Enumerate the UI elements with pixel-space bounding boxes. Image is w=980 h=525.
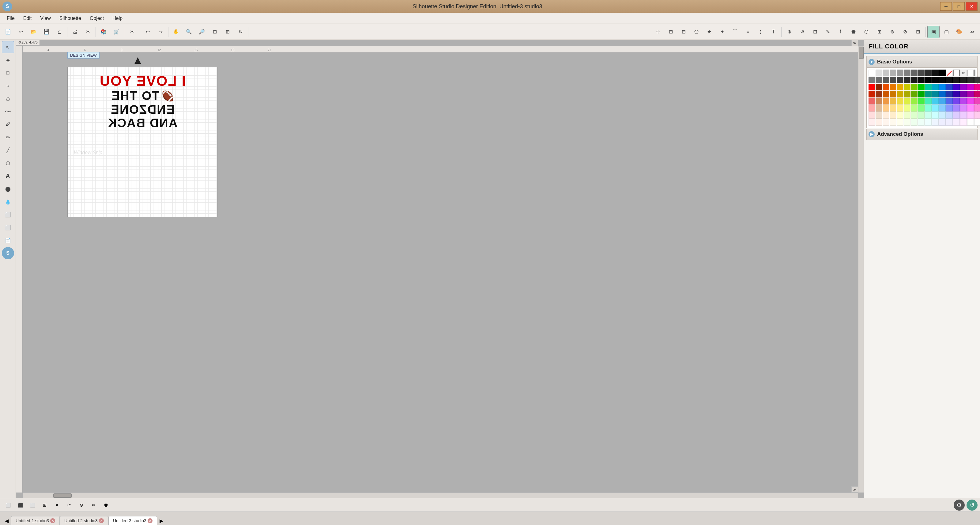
palette-button[interactable]: 🎨 bbox=[953, 26, 965, 38]
snap-button[interactable]: ⊹ bbox=[652, 26, 664, 38]
color-swatch[interactable] bbox=[960, 91, 967, 97]
color-swatch[interactable] bbox=[967, 84, 974, 90]
color-swatch[interactable] bbox=[960, 84, 967, 90]
tab-left-arrow[interactable]: ◀ bbox=[2, 516, 11, 525]
color-swatch[interactable] bbox=[883, 84, 889, 90]
color-swatch[interactable] bbox=[883, 91, 889, 97]
color-swatch[interactable] bbox=[932, 98, 939, 105]
color-swatch[interactable] bbox=[946, 105, 953, 112]
tab-untitled3[interactable]: Untitled-3.studio3 ✕ bbox=[108, 516, 157, 525]
color-swatch[interactable] bbox=[869, 98, 875, 105]
color-swatch[interactable] bbox=[953, 105, 960, 112]
color-swatch[interactable] bbox=[953, 91, 960, 97]
color-swatch[interactable] bbox=[875, 119, 882, 126]
text-tool[interactable]: A bbox=[2, 170, 14, 182]
color-swatch[interactable] bbox=[869, 91, 875, 97]
tab-right-arrow[interactable]: ▶ bbox=[157, 516, 166, 525]
hand-button[interactable]: ✋ bbox=[170, 26, 182, 38]
color-swatch[interactable] bbox=[890, 84, 896, 90]
grid-button[interactable]: ⊞ bbox=[665, 26, 677, 38]
open-button[interactable]: 📂 bbox=[27, 26, 40, 38]
color-swatch[interactable] bbox=[890, 112, 896, 119]
color-swatch[interactable] bbox=[897, 105, 904, 112]
color-swatch[interactable] bbox=[974, 91, 980, 97]
eraser-tool[interactable]: ⬜ bbox=[2, 208, 14, 221]
color-swatch[interactable] bbox=[932, 119, 939, 126]
replicate-button[interactable]: ⊞ bbox=[873, 26, 885, 38]
color-swatch[interactable] bbox=[883, 112, 889, 119]
color-swatch[interactable] bbox=[953, 98, 960, 105]
color-swatch[interactable] bbox=[967, 105, 974, 112]
color-swatch[interactable] bbox=[883, 77, 889, 83]
color-swatch[interactable] bbox=[918, 112, 924, 119]
advanced-options-header[interactable]: ▶ Advanced Options bbox=[866, 129, 978, 140]
node-edit-tool[interactable]: ◈ bbox=[2, 54, 14, 66]
design-canvas[interactable]: Window Snip I LOVE YOU 🏈 TO THE ENDZONE … bbox=[67, 67, 218, 217]
color-swatch[interactable] bbox=[904, 119, 910, 126]
polygon-tool[interactable]: ⬠ bbox=[2, 93, 14, 105]
color-swatch[interactable] bbox=[883, 119, 889, 126]
ellipse-tool[interactable]: ○ bbox=[2, 80, 14, 92]
refresh-gear-button[interactable]: ↺ bbox=[967, 499, 978, 511]
custom-color-box[interactable] bbox=[974, 70, 975, 76]
bezier-button[interactable]: ⌇ bbox=[835, 26, 847, 38]
color-swatch[interactable] bbox=[925, 91, 932, 97]
color-swatch[interactable] bbox=[883, 105, 889, 112]
color-swatch[interactable] bbox=[960, 105, 967, 112]
color-swatch[interactable] bbox=[939, 77, 946, 83]
color-swatch[interactable] bbox=[897, 84, 904, 90]
color-swatch[interactable] bbox=[918, 105, 924, 112]
save-button[interactable]: 💾 bbox=[40, 26, 52, 38]
color-swatch[interactable] bbox=[875, 84, 882, 90]
color-swatch[interactable] bbox=[925, 105, 932, 112]
library-button[interactable]: 📚 bbox=[97, 26, 110, 38]
color-swatch[interactable] bbox=[967, 70, 974, 76]
freehand-tool[interactable]: 〜 bbox=[2, 105, 14, 118]
scroll-right[interactable] bbox=[858, 46, 864, 493]
cut-button[interactable]: ✂ bbox=[126, 26, 138, 38]
new-button[interactable]: 📄 bbox=[2, 26, 14, 38]
silhouette-logo-tool[interactable]: S bbox=[2, 247, 14, 259]
pen-tool[interactable]: 🖊 bbox=[2, 118, 14, 131]
fill-tool[interactable]: ⬤ bbox=[2, 183, 14, 195]
color-swatch[interactable] bbox=[946, 77, 953, 83]
color-swatch[interactable] bbox=[946, 98, 953, 105]
status-ungroup-button[interactable]: ⬜ bbox=[27, 500, 38, 510]
open-recent-button[interactable]: ↩ bbox=[15, 26, 27, 38]
color-swatch[interactable] bbox=[911, 105, 918, 112]
stroke-button[interactable]: ▢ bbox=[940, 26, 953, 38]
color-swatch[interactable] bbox=[869, 105, 875, 112]
color-swatch[interactable] bbox=[925, 77, 932, 83]
needle-button[interactable]: ⊕ bbox=[783, 26, 795, 38]
color-swatch[interactable] bbox=[883, 70, 889, 76]
color-swatch[interactable] bbox=[918, 98, 924, 105]
morph-button[interactable]: ⊛ bbox=[886, 26, 898, 38]
print-button[interactable]: 🖨 bbox=[69, 26, 81, 38]
star2-button[interactable]: ✦ bbox=[716, 26, 728, 38]
pencil-tool[interactable]: ✏ bbox=[2, 131, 14, 144]
color-swatch[interactable] bbox=[967, 77, 974, 83]
color-swatch[interactable] bbox=[932, 112, 939, 119]
color-swatch[interactable] bbox=[904, 105, 910, 112]
color-swatch[interactable] bbox=[932, 77, 939, 83]
status-merge-button[interactable]: ⊞ bbox=[39, 500, 50, 510]
fill-color-button[interactable]: ▣ bbox=[928, 26, 940, 38]
color-swatch[interactable] bbox=[890, 91, 896, 97]
knife-button[interactable]: ⊘ bbox=[899, 26, 911, 38]
color-swatch[interactable] bbox=[875, 112, 882, 119]
color-swatch[interactable] bbox=[869, 119, 875, 126]
shape-button[interactable]: ⬠ bbox=[690, 26, 703, 38]
tab-2-close[interactable]: ✕ bbox=[99, 518, 104, 523]
status-refresh-button[interactable]: ⟳ bbox=[64, 500, 75, 510]
color-swatch[interactable] bbox=[960, 112, 967, 119]
status-shape-button[interactable]: ⬟ bbox=[100, 500, 111, 510]
store-button[interactable]: 🛒 bbox=[110, 26, 123, 38]
status-target-button[interactable]: ⊙ bbox=[76, 500, 87, 510]
color-swatch[interactable] bbox=[939, 91, 946, 97]
color-swatch[interactable] bbox=[953, 112, 960, 119]
tab-untitled1[interactable]: Untitled-1.studio3 ✕ bbox=[11, 516, 60, 525]
status-group-button[interactable]: ⬛ bbox=[15, 500, 26, 510]
color-swatch[interactable] bbox=[890, 77, 896, 83]
color-swatch[interactable] bbox=[925, 98, 932, 105]
color-swatch[interactable] bbox=[939, 119, 946, 126]
